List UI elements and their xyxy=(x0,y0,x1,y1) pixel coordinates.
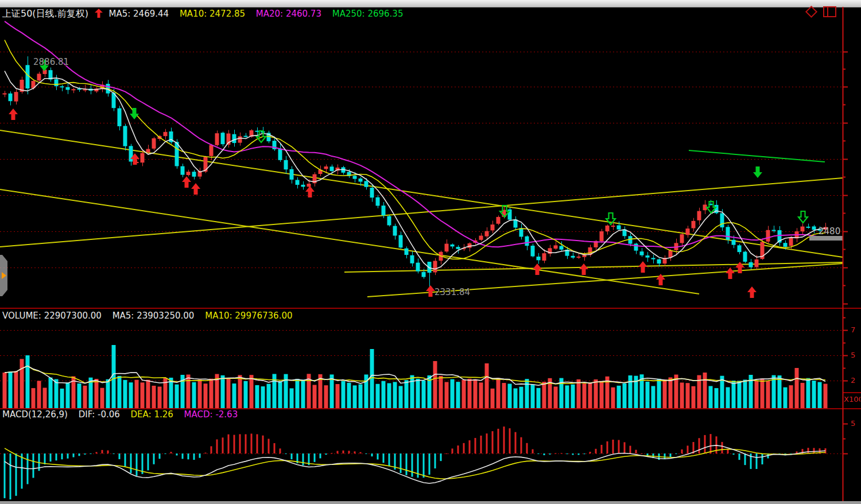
right-axis xyxy=(843,7,848,501)
volume-ma5-value: MA5: 23903250.00 xyxy=(113,311,195,321)
volume-axis-label: 2 xyxy=(851,376,855,385)
buy-signal-arrow xyxy=(726,267,735,279)
volume-header: VOLUME: 22907300.00 MA5: 23903250.00 MA1… xyxy=(2,311,301,321)
chart-canvas[interactable] xyxy=(0,0,861,504)
volume-axis-label: 5 xyxy=(851,351,855,359)
macd-axis-label: 5 xyxy=(851,419,855,428)
volume-ma10-value: MA10: 29976736.00 xyxy=(205,311,292,321)
volume-ma-lines xyxy=(5,366,825,385)
trend-lines xyxy=(0,130,843,297)
expand-arrow-icon xyxy=(2,272,6,279)
buy-signal-arrow xyxy=(735,262,744,273)
ma20-value: MA20: 2460.73 xyxy=(256,9,321,19)
macd-formula: MACD(12,26,9) xyxy=(2,409,68,420)
ma10-value: MA10: 2472.85 xyxy=(180,9,245,19)
ma5-value: MA5: 2469.44 xyxy=(109,9,169,19)
ma250-value: MA250: 2696.35 xyxy=(332,9,404,19)
volume-value: VOLUME: 22907300.00 xyxy=(2,311,102,321)
up-arrow-icon xyxy=(95,9,103,18)
high-price-label: 2886.81 xyxy=(33,57,69,67)
candlesticks xyxy=(3,56,828,289)
buy-signal-arrow xyxy=(638,261,647,273)
hollow-signal-arrow xyxy=(798,211,808,223)
dif-value: DIF: -0.06 xyxy=(79,409,120,420)
volume-axis-label: 7 xyxy=(851,325,855,334)
low-price-label: 2331.84 xyxy=(435,287,470,297)
symbol-title: 上证50(日线.前复权) xyxy=(2,8,88,19)
sidebar-expand-handle[interactable] xyxy=(0,255,7,296)
buy-signal-arrow xyxy=(9,108,18,120)
buy-signal-arrow xyxy=(182,176,191,188)
price-tag xyxy=(809,236,843,241)
sell-signal-arrow xyxy=(130,108,139,119)
volume-scale-label: X10000 xyxy=(844,395,860,404)
sell-signal-arrow xyxy=(753,166,762,178)
macd-histogram xyxy=(4,427,827,499)
dea-value: DEA: 1.26 xyxy=(131,409,173,420)
last-price-label: 2480 xyxy=(819,226,840,237)
buy-signal-arrow xyxy=(191,183,200,195)
macd-lines xyxy=(5,445,825,483)
buy-signal-arrow xyxy=(747,286,757,298)
buy-signal-arrow xyxy=(426,285,435,297)
stock-chart-app: 上证50(日线.前复权) MA5: 2469.44 MA10: 2472.85 … xyxy=(0,0,861,504)
buy-signal-arrow xyxy=(533,263,542,275)
signal-arrows xyxy=(9,60,808,298)
split-window-icon[interactable] xyxy=(823,6,836,17)
macd-value: MACD: -2.63 xyxy=(184,409,238,420)
last-price-tag xyxy=(809,236,843,241)
main-chart-header: 上证50(日线.前复权) MA5: 2469.44 MA10: 2472.85 … xyxy=(2,8,411,20)
macd-header: MACD(12,26,9) DIF: -0.06 DEA: 1.26 MACD:… xyxy=(2,409,246,420)
volume-bars xyxy=(3,345,828,408)
buy-signal-arrow xyxy=(579,263,588,275)
